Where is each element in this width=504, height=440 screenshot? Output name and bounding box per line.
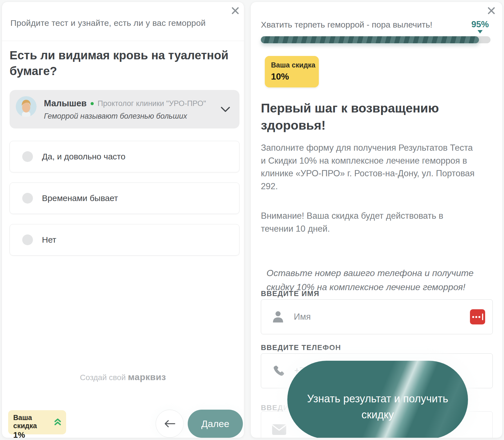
quiz-question-panel: Пройдите тест и узнайте, есть ли у вас г… <box>2 2 244 438</box>
form-description: Заполните форму для получения Результато… <box>261 141 475 193</box>
expert-info: Малышев Проктолог клиники "УРО-ПРО" Гемо… <box>44 98 217 121</box>
submit-button[interactable]: Узнать результат и получить скидку <box>287 361 468 438</box>
chevron-double-up-icon <box>54 418 62 426</box>
discount-label: Ваша скидка <box>271 61 319 69</box>
discount-value: 10% <box>271 71 319 82</box>
progress-bar <box>261 36 490 43</box>
radio-icon[interactable] <box>22 151 33 162</box>
password-manager-icon[interactable] <box>470 309 485 324</box>
answer-option[interactable]: Нет <box>10 224 239 256</box>
answer-option-label: Нет <box>42 235 56 245</box>
question-text: Есть ли видимая кровь на туалетной бумаг… <box>10 48 229 79</box>
branding-logo: марквиз <box>128 372 166 382</box>
answer-option-label: Да, и довольно часто <box>42 152 126 161</box>
progress-percent: 95% <box>471 19 489 33</box>
radio-icon[interactable] <box>22 193 33 204</box>
radio-icon[interactable] <box>22 234 33 245</box>
online-dot-icon <box>91 102 94 105</box>
form-warning: Внимание! Ваша скидка будет действовать … <box>261 209 475 235</box>
marquiz-branding[interactable]: Создай свой марквиз <box>2 372 244 382</box>
next-button[interactable]: Далее <box>188 410 243 438</box>
progress-fill <box>261 36 479 43</box>
envelope-icon <box>272 424 286 435</box>
form-title: Первый шаг к возвращению здоровья! <box>261 100 469 134</box>
discount-badge: Ваша скидка 10% <box>265 56 319 87</box>
phone-field-label: ВВЕДИТЕ ТЕЛЕФОН <box>261 343 341 352</box>
phone-icon <box>272 364 285 377</box>
submit-button-label: Узнать результат и получить скидку <box>299 391 456 423</box>
discount-badge: Ваша скидка 1% <box>8 410 66 434</box>
name-field-label: ВВЕДИТЕ ИМЯ <box>261 289 319 298</box>
person-icon <box>272 310 284 324</box>
discount-label: Ваша скидка <box>13 414 50 430</box>
expert-quote: Геморрой называют болезнью больших <box>44 112 217 121</box>
quiz-title: Пройдите тест и узнайте, есть ли у вас г… <box>10 18 230 28</box>
close-icon[interactable] <box>487 6 496 15</box>
name-input[interactable] <box>294 312 470 322</box>
name-field <box>261 299 493 334</box>
progress-pointer-icon <box>478 30 483 33</box>
expert-name: Малышев <box>44 98 87 109</box>
answer-option[interactable]: Да, и довольно часто <box>10 141 239 172</box>
header-divider <box>2 41 244 41</box>
lead-form-panel: Хватить терпеть геморрой - пора вылечить… <box>250 2 503 438</box>
branding-prefix: Создай свой <box>80 373 126 382</box>
answer-option-label: Временами бывает <box>42 193 118 203</box>
expert-role: Проктолог клиники "УРО-ПРО" <box>98 99 206 108</box>
expert-avatar <box>16 96 37 117</box>
arrow-left-icon <box>163 419 176 428</box>
back-button[interactable] <box>156 410 184 438</box>
discount-value: 1% <box>13 430 62 438</box>
expert-card[interactable]: Малышев Проктолог клиники "УРО-ПРО" Гемо… <box>10 90 239 128</box>
chevron-down-icon[interactable] <box>220 106 231 113</box>
form-header: Хватить терпеть геморрой - пора вылечить… <box>261 20 447 30</box>
answer-option[interactable]: Временами бывает <box>10 182 239 214</box>
close-icon[interactable] <box>230 6 240 15</box>
